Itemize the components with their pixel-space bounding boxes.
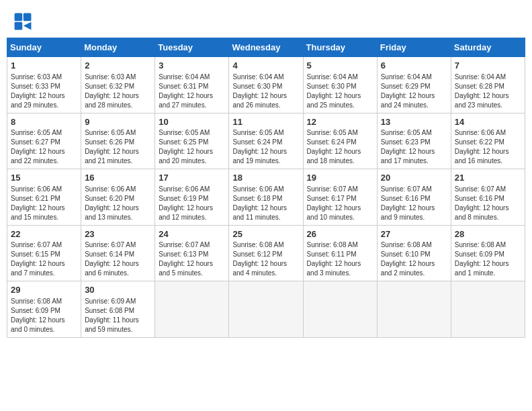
day-info: Sunrise: 6:05 AM Sunset: 6:25 PM Dayligh…: [159, 128, 225, 166]
logo: [13, 12, 35, 31]
day-number: 1: [11, 60, 77, 72]
day-cell-1: 1Sunrise: 6:03 AM Sunset: 6:33 PM Daylig…: [7, 57, 81, 113]
day-info: Sunrise: 6:05 AM Sunset: 6:27 PM Dayligh…: [11, 128, 77, 166]
calendar-week-row: 8Sunrise: 6:05 AM Sunset: 6:27 PM Daylig…: [7, 113, 525, 169]
day-cell-14: 14Sunrise: 6:06 AM Sunset: 6:22 PM Dayli…: [451, 113, 525, 169]
day-cell-26: 26Sunrise: 6:08 AM Sunset: 6:11 PM Dayli…: [303, 225, 377, 281]
day-info: Sunrise: 6:06 AM Sunset: 6:18 PM Dayligh…: [232, 185, 299, 222]
day-cell-16: 16Sunrise: 6:06 AM Sunset: 6:20 PM Dayli…: [81, 169, 155, 226]
day-cell-19: 19Sunrise: 6:07 AM Sunset: 6:17 PM Dayli…: [303, 169, 377, 226]
day-number: 25: [232, 228, 299, 240]
day-cell-6: 6Sunrise: 6:04 AM Sunset: 6:29 PM Daylig…: [377, 57, 451, 113]
day-info: Sunrise: 6:05 AM Sunset: 6:26 PM Dayligh…: [85, 128, 151, 166]
calendar-week-row: 22Sunrise: 6:07 AM Sunset: 6:15 PM Dayli…: [7, 225, 525, 281]
day-number: 20: [381, 172, 447, 184]
calendar-header-tuesday: Tuesday: [155, 38, 229, 57]
day-number: 8: [11, 116, 77, 128]
day-info: Sunrise: 6:06 AM Sunset: 6:22 PM Dayligh…: [455, 128, 521, 166]
day-info: Sunrise: 6:06 AM Sunset: 6:20 PM Dayligh…: [85, 185, 151, 222]
day-info: Sunrise: 6:08 AM Sunset: 6:12 PM Dayligh…: [232, 240, 299, 278]
day-cell-4: 4Sunrise: 6:04 AM Sunset: 6:30 PM Daylig…: [229, 57, 303, 113]
day-info: Sunrise: 6:08 AM Sunset: 6:09 PM Dayligh…: [455, 240, 521, 278]
day-number: 26: [307, 228, 373, 240]
day-cell-24: 24Sunrise: 6:07 AM Sunset: 6:13 PM Dayli…: [155, 225, 229, 281]
day-number: 6: [381, 60, 447, 72]
empty-cell: [155, 281, 229, 338]
day-number: 12: [307, 116, 373, 128]
day-number: 21: [455, 172, 521, 184]
page-container: SundayMondayTuesdayWednesdayThursdayFrid…: [7, 7, 525, 338]
day-info: Sunrise: 6:06 AM Sunset: 6:21 PM Dayligh…: [11, 185, 77, 222]
svg-rect-0: [15, 13, 23, 21]
day-number: 3: [159, 60, 225, 72]
day-number: 16: [85, 172, 151, 184]
day-info: Sunrise: 6:07 AM Sunset: 6:13 PM Dayligh…: [159, 240, 225, 278]
day-cell-18: 18Sunrise: 6:06 AM Sunset: 6:18 PM Dayli…: [229, 169, 303, 226]
day-number: 10: [159, 116, 225, 128]
day-info: Sunrise: 6:08 AM Sunset: 6:09 PM Dayligh…: [11, 297, 77, 334]
day-cell-25: 25Sunrise: 6:08 AM Sunset: 6:12 PM Dayli…: [229, 225, 303, 281]
svg-rect-1: [24, 13, 32, 21]
day-cell-3: 3Sunrise: 6:04 AM Sunset: 6:31 PM Daylig…: [155, 57, 229, 113]
day-info: Sunrise: 6:07 AM Sunset: 6:15 PM Dayligh…: [11, 240, 77, 278]
day-info: Sunrise: 6:07 AM Sunset: 6:14 PM Dayligh…: [85, 240, 151, 278]
svg-marker-3: [24, 22, 32, 30]
calendar-table: SundayMondayTuesdayWednesdayThursdayFrid…: [7, 38, 525, 338]
day-number: 19: [307, 172, 373, 184]
day-info: Sunrise: 6:03 AM Sunset: 6:32 PM Dayligh…: [85, 73, 151, 110]
day-info: Sunrise: 6:09 AM Sunset: 6:08 PM Dayligh…: [85, 297, 151, 334]
calendar-header-monday: Monday: [81, 38, 155, 57]
day-cell-22: 22Sunrise: 6:07 AM Sunset: 6:15 PM Dayli…: [7, 225, 81, 281]
day-cell-2: 2Sunrise: 6:03 AM Sunset: 6:32 PM Daylig…: [81, 57, 155, 113]
day-info: Sunrise: 6:05 AM Sunset: 6:24 PM Dayligh…: [307, 128, 373, 166]
day-number: 22: [11, 228, 77, 240]
calendar-header-sunday: Sunday: [7, 38, 81, 57]
day-number: 7: [455, 60, 521, 72]
empty-cell: [303, 281, 377, 338]
day-info: Sunrise: 6:06 AM Sunset: 6:19 PM Dayligh…: [159, 185, 225, 222]
calendar-header-thursday: Thursday: [303, 38, 377, 57]
calendar-week-row: 29Sunrise: 6:08 AM Sunset: 6:09 PM Dayli…: [7, 281, 525, 338]
day-info: Sunrise: 6:05 AM Sunset: 6:24 PM Dayligh…: [232, 128, 299, 166]
day-info: Sunrise: 6:04 AM Sunset: 6:30 PM Dayligh…: [307, 73, 373, 110]
day-number: 29: [11, 284, 77, 296]
calendar-week-row: 1Sunrise: 6:03 AM Sunset: 6:33 PM Daylig…: [7, 57, 525, 113]
day-info: Sunrise: 6:03 AM Sunset: 6:33 PM Dayligh…: [11, 73, 77, 110]
day-cell-5: 5Sunrise: 6:04 AM Sunset: 6:30 PM Daylig…: [303, 57, 377, 113]
day-cell-27: 27Sunrise: 6:08 AM Sunset: 6:10 PM Dayli…: [377, 225, 451, 281]
day-cell-28: 28Sunrise: 6:08 AM Sunset: 6:09 PM Dayli…: [451, 225, 525, 281]
day-cell-15: 15Sunrise: 6:06 AM Sunset: 6:21 PM Dayli…: [7, 169, 81, 226]
calendar-header-friday: Friday: [377, 38, 451, 57]
day-cell-7: 7Sunrise: 6:04 AM Sunset: 6:28 PM Daylig…: [451, 57, 525, 113]
day-cell-12: 12Sunrise: 6:05 AM Sunset: 6:24 PM Dayli…: [303, 113, 377, 169]
calendar-week-row: 15Sunrise: 6:06 AM Sunset: 6:21 PM Dayli…: [7, 169, 525, 226]
page-header: [7, 7, 525, 34]
day-info: Sunrise: 6:04 AM Sunset: 6:31 PM Dayligh…: [159, 73, 225, 110]
empty-cell: [229, 281, 303, 338]
day-cell-9: 9Sunrise: 6:05 AM Sunset: 6:26 PM Daylig…: [81, 113, 155, 169]
day-cell-13: 13Sunrise: 6:05 AM Sunset: 6:23 PM Dayli…: [377, 113, 451, 169]
day-number: 13: [381, 116, 447, 128]
day-number: 28: [455, 228, 521, 240]
day-info: Sunrise: 6:04 AM Sunset: 6:30 PM Dayligh…: [232, 73, 299, 110]
day-info: Sunrise: 6:04 AM Sunset: 6:29 PM Dayligh…: [381, 73, 447, 110]
day-number: 24: [159, 228, 225, 240]
day-number: 17: [159, 172, 225, 184]
day-cell-21: 21Sunrise: 6:07 AM Sunset: 6:16 PM Dayli…: [451, 169, 525, 226]
day-cell-23: 23Sunrise: 6:07 AM Sunset: 6:14 PM Dayli…: [81, 225, 155, 281]
day-cell-30: 30Sunrise: 6:09 AM Sunset: 6:08 PM Dayli…: [81, 281, 155, 338]
day-info: Sunrise: 6:07 AM Sunset: 6:16 PM Dayligh…: [381, 185, 447, 222]
calendar-header-saturday: Saturday: [451, 38, 525, 57]
day-number: 4: [232, 60, 299, 72]
day-cell-10: 10Sunrise: 6:05 AM Sunset: 6:25 PM Dayli…: [155, 113, 229, 169]
day-number: 14: [455, 116, 521, 128]
logo-icon: [13, 12, 32, 31]
day-info: Sunrise: 6:08 AM Sunset: 6:10 PM Dayligh…: [381, 240, 447, 278]
day-cell-17: 17Sunrise: 6:06 AM Sunset: 6:19 PM Dayli…: [155, 169, 229, 226]
day-number: 11: [232, 116, 299, 128]
day-info: Sunrise: 6:04 AM Sunset: 6:28 PM Dayligh…: [455, 73, 521, 110]
day-info: Sunrise: 6:05 AM Sunset: 6:23 PM Dayligh…: [381, 128, 447, 166]
day-cell-11: 11Sunrise: 6:05 AM Sunset: 6:24 PM Dayli…: [229, 113, 303, 169]
day-cell-29: 29Sunrise: 6:08 AM Sunset: 6:09 PM Dayli…: [7, 281, 81, 338]
calendar-header-wednesday: Wednesday: [229, 38, 303, 57]
